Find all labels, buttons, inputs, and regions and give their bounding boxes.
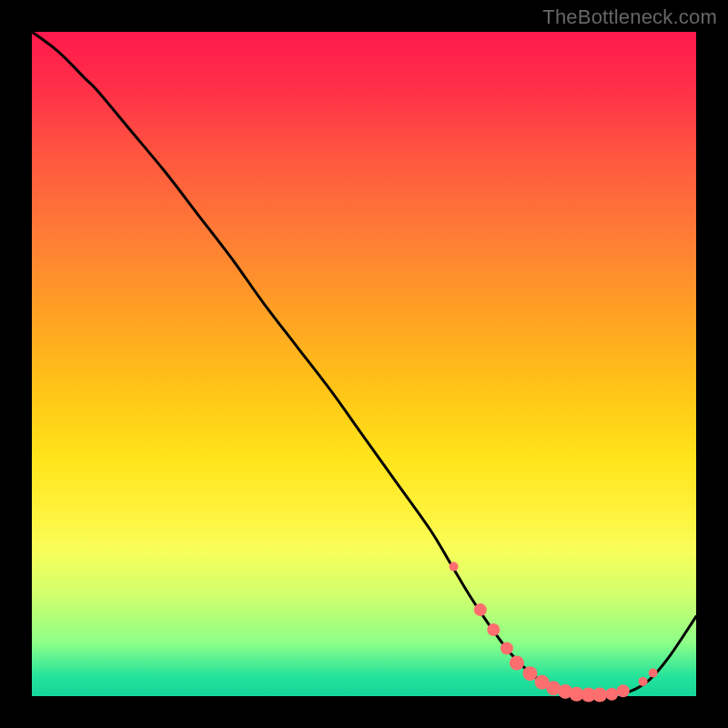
marker-dot bbox=[523, 666, 538, 681]
marker-dot bbox=[510, 656, 524, 671]
marker-dot bbox=[487, 623, 500, 636]
highlight-markers bbox=[450, 562, 658, 703]
marker-dot bbox=[617, 684, 630, 697]
marker-dot bbox=[639, 677, 648, 686]
marker-dot bbox=[605, 688, 618, 701]
marker-dot bbox=[450, 562, 459, 571]
watermark-label: TheBottleneck.com bbox=[542, 5, 717, 29]
bottleneck-curve bbox=[32, 32, 696, 695]
plot-area bbox=[32, 32, 696, 696]
plot-overlay bbox=[32, 32, 696, 696]
marker-dot bbox=[500, 642, 513, 654]
chart-stage: TheBottleneck.com bbox=[0, 0, 728, 728]
marker-dot bbox=[649, 669, 658, 678]
marker-dot bbox=[592, 688, 607, 703]
marker-dot bbox=[474, 603, 487, 616]
